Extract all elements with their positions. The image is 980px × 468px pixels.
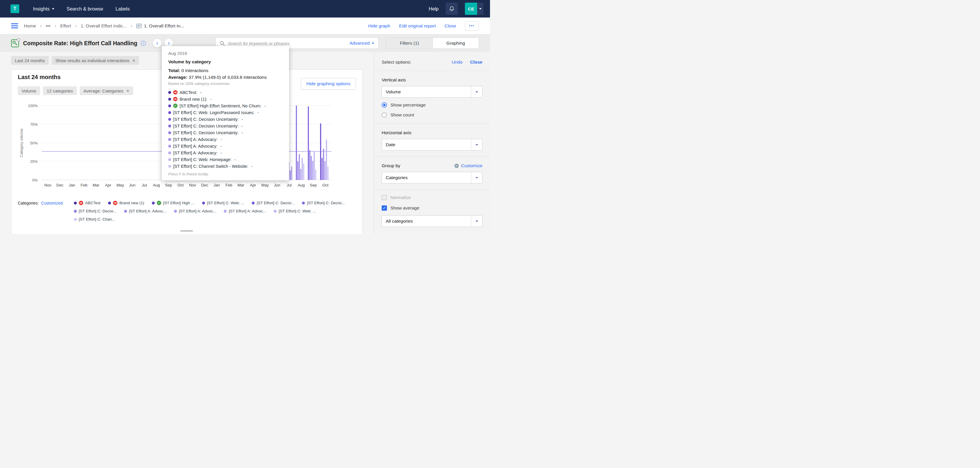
legend-item[interactable]: [ST Effort] A: Advoc... [174, 209, 216, 213]
notifications-button[interactable] [445, 3, 458, 15]
close-icon[interactable]: × [132, 58, 135, 63]
nav-item-labels[interactable]: Labels [110, 0, 136, 17]
bar[interactable] [325, 161, 326, 180]
breadcrumb-item[interactable]: Effort [60, 23, 71, 29]
legend-item[interactable]: [ST Effort] C: Chan... [74, 217, 115, 221]
legend-item[interactable]: [ST Effort] A: Advoc... [124, 209, 167, 213]
advanced-search-link[interactable]: Advanced [350, 41, 374, 46]
filter-chip-last-24-months[interactable]: Last 24 months [11, 56, 49, 65]
chip-label: Last 24 months [15, 58, 45, 63]
average-categories-select[interactable]: All categories [382, 215, 482, 227]
bar[interactable] [302, 158, 303, 180]
bar[interactable] [320, 124, 321, 180]
bar[interactable] [312, 161, 313, 180]
edit-original-report-link[interactable]: Edit original report [399, 23, 436, 29]
x-tick-label: Oct [320, 183, 331, 187]
check-circle-icon: ✓ [454, 164, 459, 168]
filters-tab[interactable]: Filters (1) [387, 38, 433, 48]
legend-item[interactable]: [ST Effort] C: Web: ... [202, 201, 244, 205]
filter-chip-show-results-as-individual-interactions[interactable]: Show results as individual interactions× [52, 56, 139, 65]
x-tick-label: Oct [175, 183, 186, 187]
legend-item[interactable]: Brand new (1) [108, 201, 144, 205]
bar[interactable] [313, 152, 315, 180]
graphing-tab[interactable]: Graphing [433, 38, 479, 48]
horizontal-axis-select[interactable]: Date [382, 139, 482, 151]
bar[interactable] [326, 140, 327, 180]
bar[interactable] [303, 164, 304, 180]
legend-item[interactable]: [ST Effort] C: Decisi... [74, 209, 116, 213]
nav-item-insights[interactable]: Insights [27, 0, 60, 17]
search-input[interactable] [228, 41, 347, 46]
bar[interactable] [290, 170, 291, 180]
menu-icon[interactable] [11, 23, 18, 28]
tooltip-category-row: [ST Effort] C: Channel Switch - Website:… [168, 163, 283, 170]
more-actions-button[interactable]: ••• [465, 21, 479, 31]
bar[interactable] [296, 106, 297, 180]
category-value: - [234, 157, 236, 162]
legend-title: Categories: [18, 201, 39, 205]
breadcrumb-item[interactable]: 1. Overall Effort In... [136, 23, 184, 29]
customized-link[interactable]: Customized [41, 201, 63, 205]
group-by-select[interactable]: Categories [382, 172, 482, 184]
nav-item-search-browse[interactable]: Search & browse [60, 0, 110, 17]
show-average-checkbox[interactable]: Show average [382, 205, 482, 211]
bar[interactable] [297, 161, 298, 180]
help-link[interactable]: Help [429, 6, 439, 12]
close-link[interactable]: Close [444, 23, 456, 29]
x-tick-label: Feb [78, 183, 90, 187]
category-value: - [251, 164, 253, 169]
bar[interactable] [291, 167, 292, 180]
legend-item-label: ABCTest [85, 201, 101, 205]
bar[interactable] [315, 170, 316, 180]
x-tick-label: Sep [307, 183, 319, 187]
previous-button[interactable]: ‹ [153, 39, 161, 48]
app-logo[interactable]: T [11, 5, 19, 13]
bar[interactable] [308, 106, 309, 180]
vertical-axis-value: Volume [382, 89, 471, 95]
legend-item[interactable]: [ST Effort] C: Web: ... [274, 209, 316, 213]
legend-item-label: [ST Effort] A: Advoc... [229, 209, 266, 213]
breadcrumb-item[interactable]: ••• [46, 23, 51, 29]
bar[interactable] [327, 167, 329, 180]
chip-average-categories[interactable]: Average: Categories× [80, 86, 133, 95]
avatar-initials: CE [468, 6, 474, 11]
resize-handle[interactable] [180, 230, 193, 232]
customize-link[interactable]: ✓ Customize [454, 163, 482, 168]
category-label: [ST Effort] C: Decision Uncertainty: [173, 117, 239, 122]
account-menu-button[interactable]: CE [465, 3, 484, 15]
bar[interactable] [311, 156, 312, 180]
vertical-axis-select[interactable]: Volume [382, 86, 482, 98]
bar[interactable] [300, 169, 301, 180]
legend-item[interactable]: [ST Effort] C: Decisi... [252, 201, 294, 205]
breadcrumb-item[interactable]: Home [24, 23, 36, 29]
show-count-radio[interactable]: Show count [382, 112, 482, 117]
normalize-checkbox[interactable]: Normalize [382, 195, 482, 200]
legend-item[interactable]: [ST Effort] C: Decisi... [302, 201, 345, 205]
close-icon[interactable]: × [126, 89, 129, 94]
hide-graphing-options-button[interactable]: Hide graphing options [301, 78, 356, 90]
chip-12-categories[interactable]: 12 categories [43, 86, 77, 95]
undo-link[interactable]: Undo [452, 60, 463, 65]
category-color-dot [124, 210, 127, 213]
chip-volume[interactable]: Volume [18, 86, 40, 95]
y-tick-label: 100% [28, 103, 38, 108]
close-options-link[interactable]: Close [470, 60, 482, 65]
hide-graph-link[interactable]: Hide graph [368, 23, 390, 29]
category-label: Brand new (1): [180, 97, 207, 102]
legend-item-label: [ST Effort] A: Advoc... [179, 209, 216, 213]
x-tick-label: Jun [126, 183, 138, 187]
category-color-dot [252, 201, 255, 205]
bar[interactable] [299, 154, 300, 180]
legend-item[interactable]: [ST Effort] High ... [152, 201, 194, 205]
legend-item[interactable]: [ST Effort] A: Advoc... [224, 209, 266, 213]
bar[interactable] [323, 149, 324, 180]
bar[interactable] [309, 150, 310, 180]
breadcrumb-item[interactable]: 1. Overall Effort Indic... [81, 23, 126, 29]
show-percentage-radio[interactable]: Show percentage [382, 102, 482, 108]
category-color-dot [74, 201, 77, 205]
breadcrumb-separator: › [131, 23, 132, 29]
info-icon[interactable]: i [141, 41, 146, 46]
bar[interactable] [321, 158, 323, 180]
legend-item[interactable]: ABCTest [74, 201, 101, 205]
category-value: - [242, 117, 243, 122]
